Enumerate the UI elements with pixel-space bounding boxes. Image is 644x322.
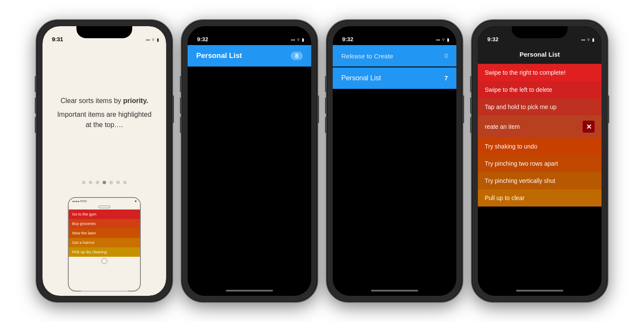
dot-1 <box>89 181 92 184</box>
phone-4-bottom-bar <box>516 290 563 292</box>
phone-4-content: 9:32 ▪▪▪ ▿ ▮ Personal List Swipe to the … <box>478 26 601 296</box>
phone-3-battery-icon: ▮ <box>447 37 450 42</box>
phone-3-personal-text: Personal List <box>341 74 381 82</box>
mini-phone: ●●●● RMS ■ Go to the gym <box>68 197 141 292</box>
mini-oval <box>98 206 110 208</box>
mini-home-button <box>101 258 107 264</box>
phone-3-wifi-icon: ▿ <box>442 37 445 43</box>
mini-phone-wrapper: ●●●● RMS ■ Go to the gym <box>43 197 166 296</box>
mini-item-4: Pick up dry cleaning <box>69 247 140 257</box>
phone-1-sub-text: Important items are highlightedat the to… <box>57 109 152 130</box>
mini-item-1: Buy groceries <box>69 219 140 228</box>
phone-4-nav-title: Personal List <box>519 51 560 58</box>
phone-3-release-text: Release to Create <box>341 52 393 60</box>
tutorial-item-0[interactable]: Swipe to the right to complete! <box>478 64 601 81</box>
phone-3-time: 9:32 <box>342 36 353 43</box>
phone-2-wifi-icon: ▿ <box>297 37 300 43</box>
mini-list: Go to the gym Buy groceries Mow the lawn… <box>69 210 140 257</box>
phone-2-signal-icon: ▪▪▪ <box>291 38 295 42</box>
phone-2-notch <box>222 26 277 38</box>
phone-1-priority-bold: priority. <box>123 97 148 104</box>
phone-4-status-icons: ▪▪▪ ▿ ▮ <box>581 37 595 43</box>
phone-3-content: 9:32 ▪▪▪ ▿ ▮ Release to Create 0 <box>333 26 456 296</box>
mini-item-2: Mow the lawn <box>69 228 140 238</box>
phone-3-personal-badge: 7 <box>444 75 448 82</box>
phone-2-time: 9:32 <box>197 36 208 43</box>
phone-2-screen: 9:32 ▪▪▪ ▿ ▮ Personal List 8 <box>188 26 311 296</box>
phone-3-personal-row[interactable]: Personal List 7 <box>333 67 456 89</box>
phone-1-battery-icon: ▮ <box>157 37 159 42</box>
dot-5 <box>116 181 120 184</box>
phone-3: 9:32 ▪▪▪ ▿ ▮ Release to Create 0 <box>326 19 463 303</box>
phone-1-time: 9:31 <box>52 36 63 43</box>
tutorial-item-2[interactable]: Tap and hold to pick me up <box>478 98 601 115</box>
phone-4-navbar: Personal List <box>478 45 601 64</box>
dot-0 <box>82 181 85 184</box>
close-icon: ✕ <box>586 123 592 131</box>
phone-1-notch <box>76 26 132 38</box>
phone-3-signal-icon: ▪▪▪ <box>436 38 440 42</box>
phone-1-text-area: Clear sorts items by priority. Important… <box>43 45 166 181</box>
phone-4-screen: 9:32 ▪▪▪ ▿ ▮ Personal List Swipe to the … <box>478 26 601 296</box>
tutorial-item-1[interactable]: Swipe to the left to delete <box>478 81 601 98</box>
tutorial-item-7[interactable]: Pull up to clear <box>478 189 601 207</box>
phone-4-wifi-icon: ▿ <box>587 37 590 43</box>
tutorial-item-5[interactable]: Try pinching two rows apart <box>478 155 601 172</box>
phone-4-signal-icon: ▪▪▪ <box>581 38 585 42</box>
phone-1-screen: 9:31 ▪▪▪ ▿ ▮ Clear sorts items by priori… <box>43 26 166 296</box>
phone-3-screen: 9:32 ▪▪▪ ▿ ▮ Release to Create 0 <box>333 26 456 296</box>
phone-2-list-title: Personal List <box>196 52 242 60</box>
phone-4: 9:32 ▪▪▪ ▿ ▮ Personal List Swipe to the … <box>471 19 608 303</box>
phone-2-status-icons: ▪▪▪ ▿ ▮ <box>291 37 304 43</box>
mini-phone-speaker <box>69 204 140 210</box>
phone-3-notch <box>367 26 422 38</box>
tutorial-x-button[interactable]: ✕ <box>583 121 595 133</box>
phone-1-bottom-bar <box>81 290 128 292</box>
phone-2-list-badge: 8 <box>291 52 303 60</box>
mini-item-0: Go to the gym <box>69 210 140 219</box>
dot-3-active <box>103 181 106 184</box>
phone-2: 9:32 ▪▪▪ ▿ ▮ Personal List 8 <box>181 19 318 303</box>
phone-2-list-header[interactable]: Personal List 8 <box>188 45 311 67</box>
phone-2-content: 9:32 ▪▪▪ ▿ ▮ Personal List 8 <box>188 26 311 296</box>
phone-4-time: 9:32 <box>487 36 498 43</box>
phone-4-tutorial-list: Swipe to the right to complete! Swipe to… <box>478 64 601 207</box>
dot-2 <box>96 181 99 184</box>
tutorial-item-3-create[interactable]: reate an item ✕ <box>478 115 601 138</box>
tutorial-item-6[interactable]: Try pinching vertically shut <box>478 172 601 189</box>
phone-4-battery-icon: ▮ <box>592 37 595 42</box>
phone-2-battery-icon: ▮ <box>302 37 304 42</box>
tutorial-item-4[interactable]: Try shaking to undo <box>478 138 601 155</box>
phone-1-wifi-icon: ▿ <box>152 37 155 43</box>
phone-4-notch <box>512 26 568 38</box>
phones-container: 9:31 ▪▪▪ ▿ ▮ Clear sorts items by priori… <box>27 11 617 311</box>
phone-1: 9:31 ▪▪▪ ▿ ▮ Clear sorts items by priori… <box>36 19 173 303</box>
dot-4 <box>109 181 113 184</box>
mini-item-3: Get a haircut <box>69 238 140 247</box>
phone-1-dots <box>43 181 166 184</box>
mini-status-left: ●●●● RMS <box>72 200 87 203</box>
phone-3-status-icons: ▪▪▪ ▿ ▮ <box>436 37 450 43</box>
phone-3-release-badge: 0 <box>444 52 448 59</box>
phone-2-bottom-bar <box>226 290 273 292</box>
phone-3-release-row: Release to Create 0 <box>333 45 456 67</box>
phone-1-priority-text: Clear sorts items by priority. <box>61 96 148 106</box>
phone-3-bottom-bar <box>371 290 418 292</box>
mini-status-right: ■ <box>135 200 137 203</box>
dot-6 <box>123 181 127 184</box>
mini-phone-statusbar: ●●●● RMS ■ <box>69 198 140 204</box>
phone-1-signal-icon: ▪▪▪ <box>146 38 150 42</box>
tutorial-create-text: reate an item <box>485 123 520 130</box>
phone-1-status-icons: ▪▪▪ ▿ ▮ <box>146 37 159 43</box>
phone-1-content: 9:31 ▪▪▪ ▿ ▮ Clear sorts items by priori… <box>43 26 166 296</box>
